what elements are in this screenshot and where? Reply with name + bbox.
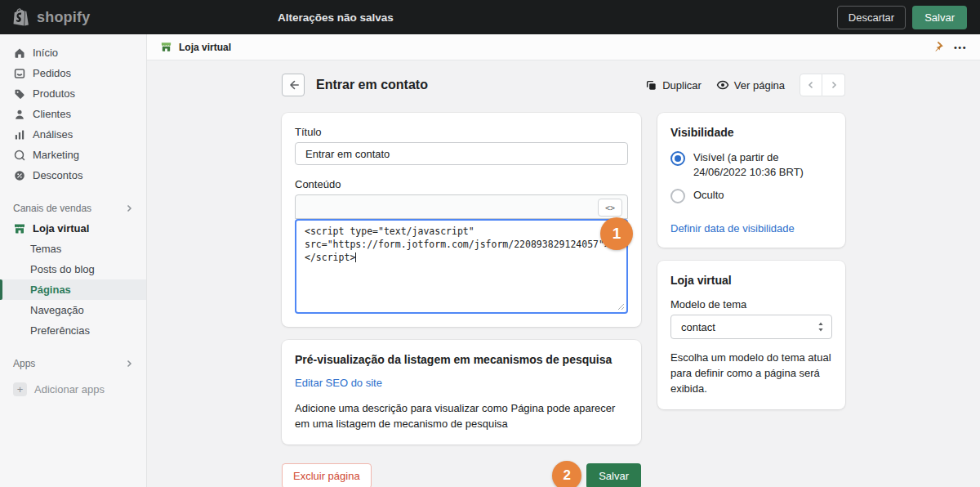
marketing-icon [13,149,26,162]
save-button-footer[interactable]: Salvar [586,463,641,487]
sidebar-item-marketing[interactable]: Marketing [0,145,146,165]
seo-card-heading: Pré-visualização da listagem em mecanism… [295,353,628,366]
chevron-left-icon [807,81,815,89]
seo-description: Adicione uma descrição para visualizar c… [295,400,628,431]
pin-icon[interactable] [933,42,944,53]
pagination-group [800,74,845,96]
sidebar-subitem-label: Páginas [30,284,71,296]
duplicate-label: Duplicar [662,79,702,92]
chevron-right-icon [125,360,133,368]
visibility-option-hidden[interactable]: Oculto [670,188,832,203]
add-apps-button[interactable]: + Adicionar apps [0,378,146,400]
chevron-right-icon [125,204,133,212]
delete-page-button[interactable]: Excluir página [282,463,372,487]
apps-header: Apps [13,358,35,369]
content-code-textarea[interactable]: <script type="text/javascript" src="http… [295,219,628,314]
annotation-step-2: 2 [552,461,581,487]
sidebar-subitem-label: Navegação [30,304,84,316]
sidebar-subitem-label: Posts do blog [30,263,95,275]
sidebar-item-label: Clientes [33,108,71,120]
seo-preview-card: Pré-visualização da listagem em mecanism… [282,340,641,445]
plus-icon: + [13,382,27,396]
sidebar-item-posts-do-blog[interactable]: Posts do blog [0,259,146,279]
sidebar-item-paginas[interactable]: Páginas [0,279,146,300]
sidebar-item-temas[interactable]: Temas [0,239,146,259]
code-line: src="https://form.jotform.com/jsform/220… [305,239,610,263]
shopify-logo[interactable]: shopify [13,7,90,27]
overflow-menu-icon[interactable]: ••• [954,42,967,52]
visible-option-label: Visível (a partir de 24/06/2022 10:36 BR… [693,150,832,180]
duplicate-icon [645,79,657,92]
sidebar-item-produtos[interactable]: Produtos [0,83,146,104]
code-line: <script type="text/javascript" [305,226,474,237]
title-input[interactable] [295,142,628,165]
online-store-heading: Loja virtual [670,274,832,287]
content-label: Conteúdo [295,178,628,190]
hidden-option-label: Oculto [693,188,724,203]
next-page-button[interactable] [822,74,845,96]
rich-text-toolbar: <> [295,194,628,219]
sidebar-item-label: Loja virtual [33,222,89,235]
shopify-bag-icon [13,7,31,27]
save-button-topbar[interactable]: Salvar [912,6,967,29]
resize-handle-icon[interactable] [617,303,625,311]
sidebar-subitem-label: Preferências [30,324,90,337]
online-store-card: Loja virtual Modelo de tema contact Esco… [657,261,845,409]
show-html-button[interactable]: <> [598,199,622,217]
sidebar-item-label: Análises [33,128,73,141]
discounts-icon [13,169,26,182]
edit-seo-link[interactable]: Editar SEO do site [295,377,382,389]
page-content: Entrar em contato Duplicar Ver página [147,60,980,487]
radio-selected-icon [670,151,685,166]
page-details-card: Título Conteúdo <> <script type="text/ja… [282,113,641,327]
sidebar-item-descontos[interactable]: Descontos [0,165,146,185]
discard-button[interactable]: Descartar [837,6,906,29]
visibility-option-visible[interactable]: Visível (a partir de 24/06/2022 10:36 BR… [670,150,832,180]
theme-template-help: Escolha um modelo do tema atual para def… [670,350,832,396]
previous-page-button[interactable] [800,74,822,96]
visibility-heading: Visibilidade [670,126,832,139]
arrow-left-icon [287,79,299,91]
view-page-label: Ver página [734,79,785,92]
theme-template-select[interactable]: contact [670,315,832,339]
sidebar-item-label: Descontos [33,169,82,181]
sidebar-item-navegacao[interactable]: Navegação [0,300,146,320]
analytics-icon [13,128,26,141]
visibility-card: Visibilidade Visível (a partir de 24/06/… [657,113,845,248]
title-label: Título [295,126,628,138]
sidebar-item-clientes[interactable]: Clientes [0,104,146,124]
sidebar-item-analises[interactable]: Análises [0,124,146,145]
eye-icon [716,78,729,92]
online-store-icon [160,41,172,53]
back-button[interactable] [282,74,305,96]
annotation-step-1: 1 [600,217,633,250]
home-icon [13,47,26,60]
sidebar-item-pedidos[interactable]: Pedidos [0,63,146,83]
sidebar-item-loja-virtual[interactable]: Loja virtual [0,218,146,239]
chevron-right-icon [830,81,838,89]
view-page-button[interactable]: Ver página [716,78,785,92]
radio-unselected-icon [670,189,685,203]
sidebar-subitem-label: Temas [30,243,61,255]
unsaved-changes-status: Alterações não salvas [278,0,394,34]
sidebar-section-sales-channels[interactable]: Canais de vendas [0,199,146,218]
sidebar-item-label: Pedidos [33,67,71,79]
context-bar: Loja virtual ••• [147,34,980,60]
online-store-icon [13,222,26,235]
set-visibility-date-link[interactable]: Definir data de visibilidade [670,222,795,235]
sidebar-item-preferencias[interactable]: Preferências [0,320,146,341]
select-arrows-icon [817,321,825,333]
duplicate-button[interactable]: Duplicar [645,79,702,92]
sidebar-item-label: Início [33,47,58,59]
customers-icon [13,108,26,121]
theme-template-value: contact [681,321,817,333]
sidebar-section-apps[interactable]: Apps [0,354,146,373]
theme-template-label: Modelo de tema [670,298,832,311]
channel-breadcrumb: Loja virtual [179,42,231,53]
shopify-wordmark: shopify [37,9,90,26]
products-tag-icon [13,87,26,101]
add-apps-label: Adicionar apps [34,383,105,395]
sales-channels-header: Canais de vendas [13,203,91,214]
sidebar-item-inicio[interactable]: Início [0,42,146,63]
sidebar-item-label: Produtos [33,87,75,100]
